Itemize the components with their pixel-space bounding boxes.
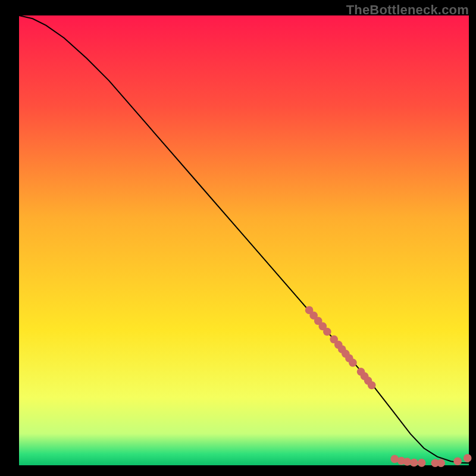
marker-dot	[323, 328, 331, 336]
marker-dot	[464, 454, 472, 462]
marker-dot	[349, 359, 357, 367]
marker-dot	[453, 457, 462, 465]
marker-dot	[410, 459, 418, 467]
chart-stage: TheBottleneck.com	[0, 0, 476, 476]
marker-dot	[437, 459, 445, 467]
plot-background	[19, 15, 469, 465]
marker-dot	[390, 455, 399, 464]
chart-svg	[0, 0, 476, 476]
marker-dot	[368, 381, 376, 390]
marker-dot	[418, 459, 426, 467]
